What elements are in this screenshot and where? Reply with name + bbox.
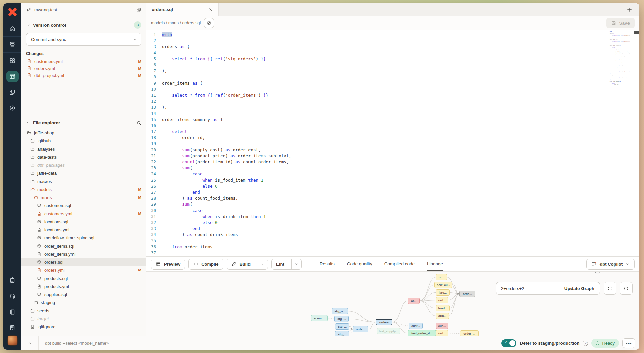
build-options-button[interactable] [258,259,268,269]
lint-button[interactable]: Lint [272,262,289,267]
tree-item-orders.sql[interactable]: orders.sql [21,258,146,266]
changed-file-orders.yml[interactable]: orders.ymlM [21,65,146,72]
windows-icon[interactable] [3,84,21,100]
support-headset-icon[interactable] [3,288,21,304]
home-icon[interactable] [3,21,21,37]
changed-file-customers.yml[interactable]: customers.ymlM [21,58,146,65]
tree-item-order_items.sql[interactable]: order_items.sql [21,242,146,250]
tab-results[interactable]: Results [320,257,335,271]
tree-item-seeds[interactable]: seeds [21,307,146,315]
commit-options-button[interactable] [128,33,141,45]
lineage-node-cusp[interactable]: cus... [436,323,448,329]
commit-and-sync-button[interactable]: Commit and sync [26,33,128,45]
close-icon[interactable] [208,7,213,12]
tree-item-supplies.sql[interactable]: supplies.sql [21,290,146,298]
tree-item-staging[interactable]: staging [21,298,146,307]
tree-item-customers.sql[interactable]: customers.sql [21,201,146,210]
clipboard-icon[interactable] [3,272,21,288]
tree-item-jaffle-data[interactable]: jaffle-data [21,169,146,177]
changelog-icon[interactable] [3,320,21,335]
tree-item-models[interactable]: modelsM [21,185,146,193]
lineage-node-stg1[interactable]: stg_o... [332,308,348,314]
lineage-node-stg2[interactable]: stg_... [334,316,349,322]
file-icon [37,252,42,257]
lineage-node-y6[interactable]: drin... [436,313,449,319]
copy-icon[interactable] [136,7,141,13]
changed-file-dbt_project.yml[interactable]: dbt_project.ymlM [21,72,146,79]
lineage-node-y1[interactable]: or... [436,274,447,280]
tree-item-orders.yml[interactable]: orders.ymlM [21,266,146,274]
tree-item-.github[interactable]: .github [21,137,146,145]
tree-item-products.yml[interactable]: products.yml [21,282,146,290]
lineage-node-y2[interactable]: new_cu... [434,282,452,288]
lineage-node-orp[interactable]: or... [408,298,420,304]
lineage-panel[interactable]: ecom....stg_o...stg_...stg_...stg_...ord… [146,271,639,336]
tree-item-metricflow_time_spine.sql[interactable]: metricflow_time_spine.sql [21,234,146,242]
tree-item-data-tests[interactable]: data-tests [21,153,146,161]
help-icon[interactable]: ? [583,341,588,346]
tab-code-quality[interactable]: Code quality [347,257,372,271]
deploy-stack-icon[interactable] [3,37,21,53]
preview-button[interactable]: Preview [151,259,185,270]
lineage-node-y4[interactable]: ord... [436,297,448,303]
modified-badge: M [138,187,141,191]
lint-options-button[interactable] [291,259,301,269]
tree-item-jaffle-shop[interactable]: jaffle-shop [21,129,146,137]
lineage-node-gray[interactable]: orde... [459,291,475,297]
lineage-node-toi[interactable]: test_order_it... [408,330,436,336]
version-control-title: Version control [33,23,66,28]
dbt-copilot-button[interactable]: dbt Copilot [586,259,635,270]
defer-toggle[interactable]: ✓ [501,339,516,347]
tree-item-products.sql[interactable]: products.sql [21,274,146,282]
lineage-node-y5[interactable]: food... [436,305,450,311]
lineage-selector-input[interactable]: 2+orders+2 [496,282,559,294]
more-options-button[interactable]: ••• [622,338,635,348]
lineage-node-ecom[interactable]: ecom.... [311,315,328,321]
build-button[interactable]: Build [227,261,255,267]
scrollbar-thumb[interactable] [634,31,639,34]
open-in-explorer-button[interactable] [204,18,214,28]
docs-book-icon[interactable] [3,304,21,320]
tree-item-customers.yml[interactable]: customers.ymlM [21,210,146,218]
new-tab-button[interactable] [620,3,639,16]
dbt-logo-icon[interactable] [3,3,21,21]
file-explorer-header[interactable]: File explorer [21,117,146,128]
tab-compiled-code[interactable]: Compiled code [384,257,415,271]
tree-item-analyses[interactable]: analyses [21,145,146,153]
expand-command-bar-button[interactable] [21,336,39,350]
code-editor[interactable]: 1with23orders as (45 select * from {{ re… [146,30,639,256]
tree-item-order_items.yml[interactable]: order_items.yml [21,250,146,258]
fullscreen-button[interactable] [604,282,616,295]
tree-item-macros[interactable]: macros [21,177,146,185]
save-button[interactable]: Save [606,18,635,28]
tree-item-locations.yml[interactable]: locations.yml [21,226,146,234]
lineage-node-orders[interactable]: orders [376,319,392,325]
lineage-node-stg3[interactable]: stg_... [335,323,349,330]
minimap[interactable]: withorders as ( select * from {{ ref('st… [608,31,630,89]
tab-lineage[interactable]: Lineage [427,257,443,271]
lineage-node-y8[interactable]: order_... [460,330,479,336]
tree-item-dbt_packages[interactable]: dbt_packages [21,161,146,169]
lineage-node-ord1[interactable]: orde... [353,326,368,332]
update-graph-button[interactable]: Update Graph [559,282,600,294]
lineage-node-stg4[interactable]: stg_... [335,331,349,336]
tree-item-locations.sql[interactable]: locations.sql [21,218,146,226]
develop-nav-active[interactable] [3,68,21,84]
tree-item-target[interactable]: target [21,315,146,323]
changes-list: customers.ymlMorders.ymlMdbt_project.yml… [21,58,146,79]
lineage-node-cust[interactable]: cust... [409,323,423,329]
tree-item-marts[interactable]: martsM [21,193,146,201]
version-control-header[interactable]: Version control 3 [21,17,146,32]
command-input[interactable]: dbt build --select <model_name> [39,341,109,346]
explore-compass-icon[interactable] [3,100,21,116]
tree-item-.gitignore[interactable]: .gitignore [21,323,146,331]
lineage-node-y7[interactable]: ord... [436,330,448,336]
lineage-node-y3[interactable]: larg... [436,289,450,296]
dashboard-nav[interactable] [3,53,21,68]
search-icon[interactable] [136,120,141,125]
lineage-edges [146,272,639,336]
user-avatar[interactable] [7,335,18,346]
compile-button[interactable]: Compile [188,259,223,270]
refresh-graph-button[interactable] [620,282,633,295]
tab-orders-sql[interactable]: orders.sql [146,3,219,16]
